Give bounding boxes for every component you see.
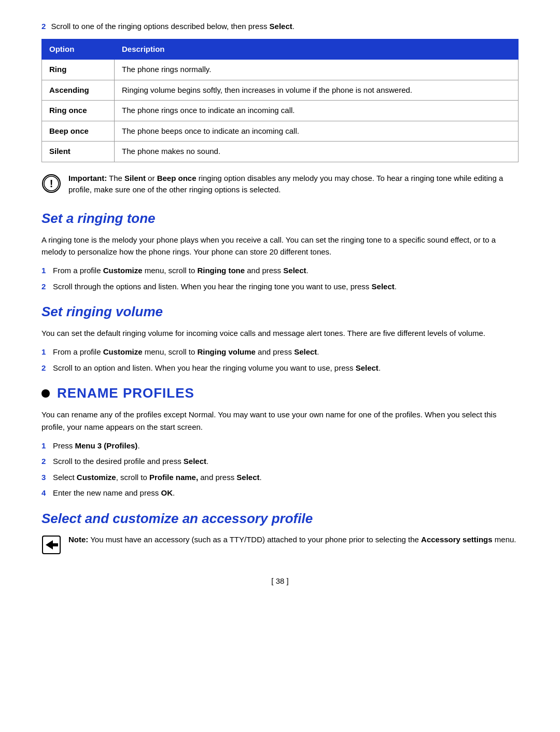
list-item: 2 Scroll through the options and listen.… xyxy=(41,281,519,293)
table-row: RingThe phone rings normally. xyxy=(42,60,519,80)
options-table: Option Description RingThe phone rings n… xyxy=(41,39,519,162)
list-item: 4 Enter the new name and press OK. xyxy=(41,487,519,499)
set-ringing-volume-body: You can set the default ringing volume f… xyxy=(41,327,519,339)
table-row: AscendingRinging volume begins softly, t… xyxy=(42,80,519,101)
set-ringing-tone-heading: Set a ringing tone xyxy=(41,208,519,229)
set-ringing-tone-steps: 1 From a profile Customize menu, scroll … xyxy=(41,265,519,292)
table-cell-description: Ringing volume begins softly, then incre… xyxy=(115,80,519,101)
important-icon: ! xyxy=(41,174,61,193)
list-item: 1 From a profile Customize menu, scroll … xyxy=(41,265,519,277)
rename-profiles-heading: RENAME PROFILES xyxy=(57,383,194,403)
list-item: 1 From a profile Customize menu, scroll … xyxy=(41,346,519,358)
page-number: [ 38 ] xyxy=(41,575,519,587)
table-cell-description: The phone rings normally. xyxy=(115,60,519,80)
table-cell-option: Beep once xyxy=(42,121,115,142)
list-item: 2 Scroll to an option and listen. When y… xyxy=(41,362,519,374)
table-row: SilentThe phone makes no sound. xyxy=(42,142,519,162)
arrow-icon xyxy=(41,535,61,555)
svg-marker-4 xyxy=(46,540,58,550)
table-row: Beep onceThe phone beeps once to indicat… xyxy=(42,121,519,142)
table-header-option: Option xyxy=(42,39,115,60)
important-note-text: Important: The Silent or Beep once ringi… xyxy=(68,173,519,196)
table-row: Ring onceThe phone rings once to indicat… xyxy=(42,101,519,121)
table-cell-option: Ascending xyxy=(42,80,115,101)
list-item: 3 Select Customize, scroll to Profile na… xyxy=(41,472,519,484)
list-item: 1 Press Menu 3 (Profiles). xyxy=(41,440,519,452)
table-cell-option: Ring once xyxy=(42,101,115,121)
table-cell-option: Silent xyxy=(42,142,115,162)
set-ringing-volume-heading: Set ringing volume xyxy=(41,302,519,322)
step2-intro: 2 Scroll to one of the ringing options d… xyxy=(41,21,519,33)
table-cell-option: Ring xyxy=(42,60,115,80)
bullet-dot xyxy=(41,389,50,398)
select-accessory-heading: Select and customize an accessory profil… xyxy=(41,509,519,529)
svg-text:!: ! xyxy=(50,178,53,189)
table-cell-description: The phone beeps once to indicate an inco… xyxy=(115,121,519,142)
accessory-note-box: Note: You must have an accessory (such a… xyxy=(41,534,519,555)
rename-profiles-body: You can rename any of the profiles excep… xyxy=(41,409,519,433)
important-note-box: ! Important: The Silent or Beep once rin… xyxy=(41,173,519,196)
accessory-note-text: Note: You must have an accessory (such a… xyxy=(68,534,516,546)
set-ringing-tone-body: A ringing tone is the melody your phone … xyxy=(41,234,519,258)
rename-profiles-heading-row: RENAME PROFILES xyxy=(41,383,519,403)
table-cell-description: The phone makes no sound. xyxy=(115,142,519,162)
table-header-description: Description xyxy=(115,39,519,60)
table-cell-description: The phone rings once to indicate an inco… xyxy=(115,101,519,121)
set-ringing-volume-steps: 1 From a profile Customize menu, scroll … xyxy=(41,346,519,374)
rename-profiles-steps: 1 Press Menu 3 (Profiles). 2 Scroll to t… xyxy=(41,440,519,499)
list-item: 2 Scroll to the desired profile and pres… xyxy=(41,456,519,468)
